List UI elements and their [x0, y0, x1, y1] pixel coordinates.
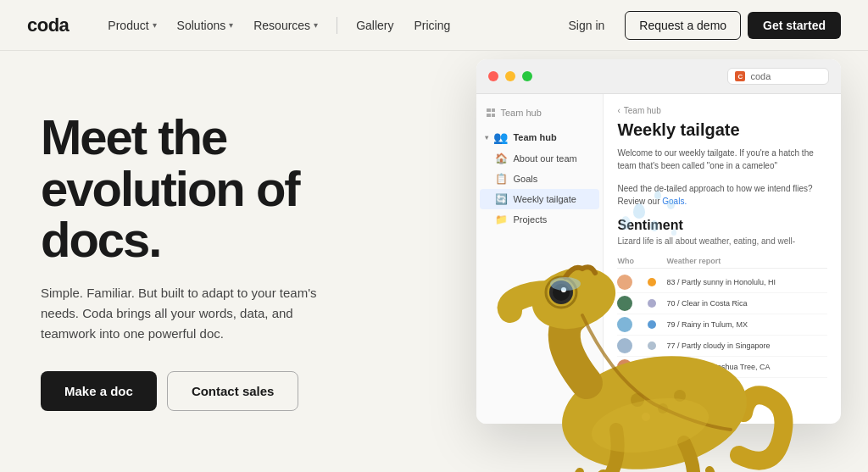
section-sub: Lizard life is all about weather, eating…: [617, 236, 827, 246]
coda-icon: C: [735, 71, 745, 81]
app-window: C coda Team hub: [476, 59, 841, 424]
weather-text: 70 / Clear in Costa Rica: [666, 299, 747, 308]
search-text: coda: [750, 71, 771, 81]
col-weather-header: Weather report: [666, 257, 827, 265]
table-row: 77 / Partly cloudy in Singapore: [617, 336, 827, 357]
nav-solutions[interactable]: Solutions ▾: [169, 14, 242, 37]
chevron-down-icon: ▾: [153, 20, 157, 30]
sidebar-section: ▾ 👥 Team hub 🏠 About our team 📋 Goals: [476, 123, 603, 233]
hero-left: Meet the evolution of docs. Simple. Fami…: [0, 51, 451, 472]
chevron-down-icon: ▾: [229, 20, 233, 30]
sidebar-group-header[interactable]: ▾ 👥 Team hub: [476, 126, 603, 148]
content-area: ‹ Team hub Weekly tailgate Welcome to ou…: [604, 94, 841, 424]
sidebar-item-about[interactable]: 🏠 About our team: [476, 148, 603, 169]
brand-logo[interactable]: coda: [27, 14, 69, 36]
window-search[interactable]: C coda: [727, 68, 829, 85]
sidebar-item-weekly[interactable]: 🔄 Weekly tailgate: [480, 189, 599, 209]
nav-resources[interactable]: Resources ▾: [245, 14, 326, 37]
col-who-header: Who: [617, 257, 641, 265]
sidebar: Team hub ▾ 👥 Team hub 🏠 About our team: [476, 94, 604, 424]
window-close-dot: [488, 71, 498, 81]
table-row: 73 / Sunny in Joshua Tree, CA: [617, 357, 827, 378]
about-icon: 🏠: [495, 153, 508, 164]
sidebar-item-projects[interactable]: 📁 Projects: [476, 209, 603, 230]
hero-subtext: Simple. Familiar. But built to adapt to …: [41, 283, 329, 344]
col-dot-header: [648, 257, 659, 265]
sidebar-header: Team hub: [476, 103, 603, 123]
team-hub-icon: 👥: [493, 130, 508, 144]
nav-divider: [337, 17, 337, 34]
sign-in-button[interactable]: Sign in: [555, 12, 619, 39]
weekly-icon: 🔄: [495, 193, 508, 205]
table-header: Who Weather report: [617, 254, 827, 269]
section-title: Sentiment: [617, 218, 827, 233]
window-body: Team hub ▾ 👥 Team hub 🏠 About our team: [476, 94, 841, 424]
navbar: coda Product ▾ Solutions ▾ Resources ▾ G…: [0, 0, 868, 51]
hero-right: C coda Team hub: [451, 51, 868, 472]
nav-pricing[interactable]: Pricing: [405, 14, 459, 37]
weather-text: 83 / Partly sunny in Honolulu, HI: [666, 278, 776, 286]
hero-headline: Meet the evolution of docs.: [41, 112, 417, 267]
request-demo-button[interactable]: Request a demo: [625, 11, 741, 40]
get-started-button[interactable]: Get started: [748, 12, 841, 39]
window-maximize-dot: [522, 71, 532, 81]
table-row: 70 / Clear in Costa Rica: [617, 293, 827, 314]
hero-ctas: Make a doc Contact sales: [41, 371, 417, 411]
projects-icon: 📁: [495, 214, 508, 225]
nav-product[interactable]: Product ▾: [99, 14, 164, 37]
contact-sales-button[interactable]: Contact sales: [167, 371, 299, 411]
make-doc-button[interactable]: Make a doc: [41, 371, 157, 411]
weather-text: 77 / Partly cloudy in Singapore: [666, 342, 770, 350]
window-titlebar: C coda: [476, 59, 841, 94]
weather-text: 79 / Rainy in Tulum, MX: [666, 320, 748, 329]
breadcrumb-chevron: ‹: [617, 106, 620, 115]
table-row: 79 / Rainy in Tulum, MX: [617, 314, 827, 336]
sidebar-item-goals[interactable]: 📋 Goals: [476, 169, 603, 189]
nav-right: Sign in Request a demo Get started: [555, 11, 841, 40]
weather-text: 73 / Sunny in Joshua Tree, CA: [666, 363, 770, 371]
goals-icon: 📋: [495, 173, 508, 185]
window-minimize-dot: [505, 71, 515, 81]
doc-sub: Need the de-tailed approach to how we in…: [617, 182, 827, 208]
breadcrumb: ‹ Team hub: [617, 106, 827, 115]
chevron-down-icon: ▾: [314, 20, 318, 30]
nav-links: Product ▾ Solutions ▾ Resources ▾ Galler…: [99, 14, 554, 37]
doc-intro: Welcome to our weekly tailgate. If you'r…: [617, 147, 827, 172]
chevron-down-icon: ▾: [485, 134, 488, 142]
nav-gallery[interactable]: Gallery: [348, 14, 402, 37]
grid-icon: [487, 108, 495, 117]
hero-section: Meet the evolution of docs. Simple. Fami…: [0, 51, 868, 472]
doc-title: Weekly tailgate: [617, 120, 827, 140]
table-row: 83 / Partly sunny in Honolulu, HI: [617, 272, 827, 293]
